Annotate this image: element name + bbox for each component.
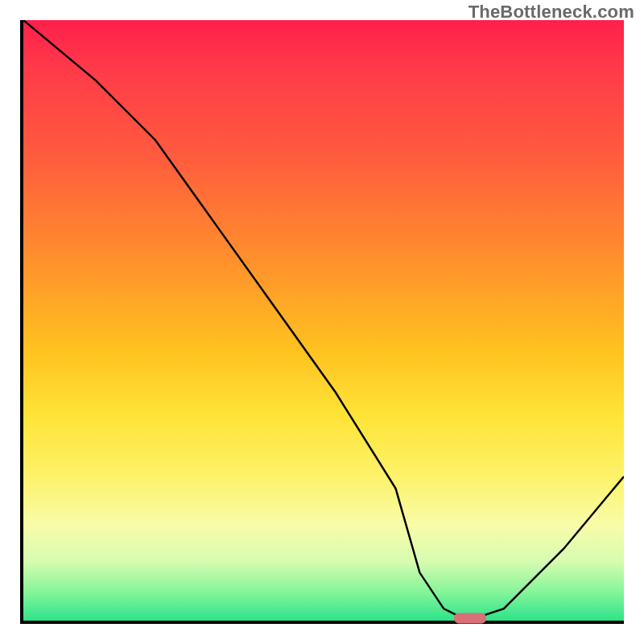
- plot-area: [20, 20, 624, 624]
- gradient-background: [23, 20, 624, 621]
- chart-container: TheBottleneck.com: [0, 0, 644, 644]
